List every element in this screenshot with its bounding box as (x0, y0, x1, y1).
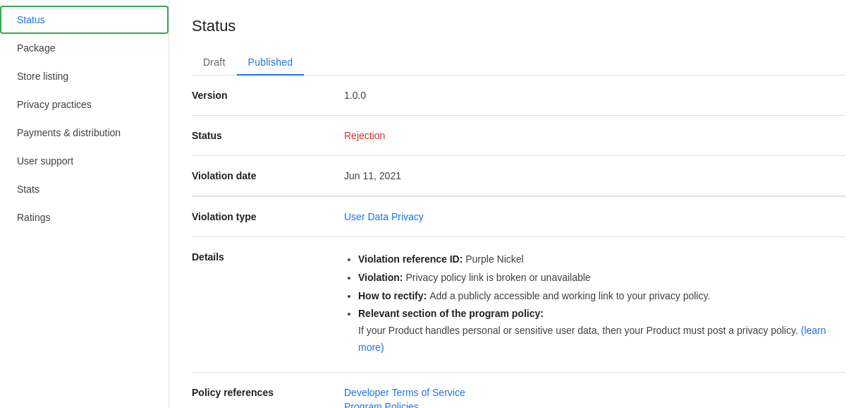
policy-links: Developer Terms of Service Program Polic… (344, 387, 834, 408)
sidebar-item-user-support[interactable]: User support (0, 147, 169, 175)
policy-link-program-policies[interactable]: Program Policies (344, 401, 834, 408)
policy-references-row: Policy references Developer Terms of Ser… (192, 372, 845, 408)
version-value: 1.0.0 (333, 76, 845, 116)
violation-type-value[interactable]: User Data Privacy (333, 197, 845, 237)
details-rectify-prefix: How to rectify: (358, 290, 429, 301)
sidebar-item-privacy-practices[interactable]: Privacy practices (0, 90, 169, 119)
details-value: Violation reference ID: Purple Nickel Vi… (333, 237, 845, 373)
details-violation: Violation: Privacy policy link is broken… (358, 270, 834, 287)
details-violation-prefix: Violation: (358, 272, 405, 283)
details-policy-text: If your Product handles personal or sens… (358, 325, 798, 336)
details-reference: Violation reference ID: Purple Nickel (358, 251, 834, 268)
sidebar-item-ratings[interactable]: Ratings (0, 203, 169, 232)
status-value: Rejection (333, 116, 845, 156)
violation-date-row: Violation date Jun 11, 2021 (192, 156, 845, 196)
tabs-container: Draft Published (192, 49, 845, 76)
sidebar-item-status[interactable]: Status (0, 6, 169, 34)
tab-published[interactable]: Published (237, 49, 305, 75)
violation-date-value: Jun 11, 2021 (333, 156, 845, 196)
version-row: Version 1.0.0 (192, 76, 845, 116)
details-violation-value: Privacy policy link is broken or unavail… (405, 272, 590, 283)
sidebar-item-stats[interactable]: Stats (0, 175, 169, 203)
version-label: Version (192, 76, 333, 116)
details-rectify: How to rectify: Add a publicly accessibl… (358, 288, 834, 305)
tab-draft[interactable]: Draft (192, 49, 237, 75)
page-title: Status (192, 17, 845, 35)
violation-type-label: Violation type (192, 197, 333, 237)
main-content: Status Draft Published Version 1.0.0 Sta… (169, 0, 868, 408)
sidebar: Status Package Store listing Privacy pra… (0, 0, 169, 408)
status-label: Status (192, 116, 333, 156)
sidebar-item-store-listing[interactable]: Store listing (0, 62, 169, 90)
status-row: Status Rejection (192, 116, 845, 156)
policy-references-label: Policy references (192, 372, 333, 408)
details-reference-value: Purple Nickel (465, 253, 523, 265)
details-reference-prefix: Violation reference ID: (358, 253, 465, 265)
policy-link-dev-terms[interactable]: Developer Terms of Service (344, 387, 834, 398)
violation-date-label: Violation date (192, 156, 333, 196)
details-list: Violation reference ID: Purple Nickel Vi… (344, 251, 834, 356)
details-policy: Relevant section of the program policy: … (358, 306, 834, 356)
sidebar-item-package[interactable]: Package (0, 34, 169, 62)
details-row: Details Violation reference ID: Purple N… (192, 237, 845, 373)
details-policy-prefix: Relevant section of the program policy: (358, 308, 544, 319)
violation-type-row: Violation type User Data Privacy (192, 197, 845, 237)
details-rectify-value: Add a publicly accessible and working li… (429, 290, 710, 301)
sidebar-item-payments-distribution[interactable]: Payments & distribution (0, 119, 169, 147)
policy-references-value: Developer Terms of Service Program Polic… (333, 372, 845, 408)
details-label: Details (192, 237, 333, 373)
info-table: Version 1.0.0 Status Rejection Violation… (192, 76, 845, 408)
